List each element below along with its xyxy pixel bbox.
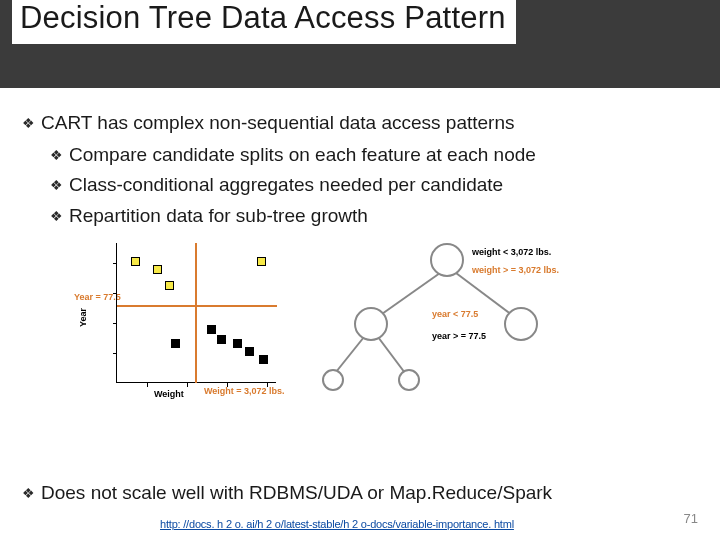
tree-label-root-left: weight < 3,072 lbs. (472, 247, 551, 257)
y-axis-label: Year (78, 308, 88, 327)
data-point (259, 355, 268, 364)
slide-header: Decision Tree Data Access Pattern (0, 0, 720, 88)
diagram-row: Year = 77.5 Year (76, 237, 700, 407)
data-point (233, 339, 242, 348)
slide-title: Decision Tree Data Access Pattern (12, 0, 516, 44)
source-link[interactable]: http: //docs. h 2 o. ai/h 2 o/latest-sta… (160, 518, 514, 530)
tree-node-root (430, 243, 464, 277)
scatter-axes (116, 243, 276, 383)
bullet-main-1: CART has complex non-sequential data acc… (22, 110, 700, 136)
weight-split-annotation: Weight = 3,072 lbs. (204, 387, 285, 397)
x-tick (147, 383, 148, 387)
data-point (217, 335, 226, 344)
x-tick (187, 383, 188, 387)
page-number: 71 (684, 511, 698, 526)
data-point (207, 325, 216, 334)
data-point (171, 339, 180, 348)
tree-label-root-right: weight > = 3,072 lbs. (472, 265, 559, 275)
bullet-sub-3: Repartition data for sub-tree growth (50, 203, 700, 229)
y-tick (113, 293, 117, 294)
year-split-annotation: Year = 77.5 (74, 293, 121, 303)
data-point (165, 281, 174, 290)
y-tick (113, 263, 117, 264)
tree-label-mid-right: year > = 77.5 (432, 331, 486, 341)
bullet-sub-1: Compare candidate splits on each feature… (50, 142, 700, 168)
content-area: CART has complex non-sequential data acc… (0, 88, 720, 407)
data-point (257, 257, 266, 266)
tree-node-right (504, 307, 538, 341)
bullet-sub-2: Class-conditional aggregates needed per … (50, 172, 700, 198)
tree-leaf-1 (322, 369, 344, 391)
x-axis-label: Weight (154, 389, 184, 399)
decision-tree-diagram: weight < 3,072 lbs. weight > = 3,072 lbs… (304, 237, 604, 407)
year-split-line (117, 305, 277, 307)
y-tick (113, 353, 117, 354)
data-point (153, 265, 162, 274)
weight-split-line (195, 243, 197, 383)
data-point (131, 257, 140, 266)
data-point (245, 347, 254, 356)
bullet-main-2: Does not scale well with RDBMS/UDA or Ma… (22, 482, 552, 504)
tree-leaf-2 (398, 369, 420, 391)
tree-node-left (354, 307, 388, 341)
tree-label-mid-left: year < 77.5 (432, 309, 478, 319)
y-tick (113, 323, 117, 324)
scatter-plot: Year = 77.5 Year (76, 237, 286, 407)
